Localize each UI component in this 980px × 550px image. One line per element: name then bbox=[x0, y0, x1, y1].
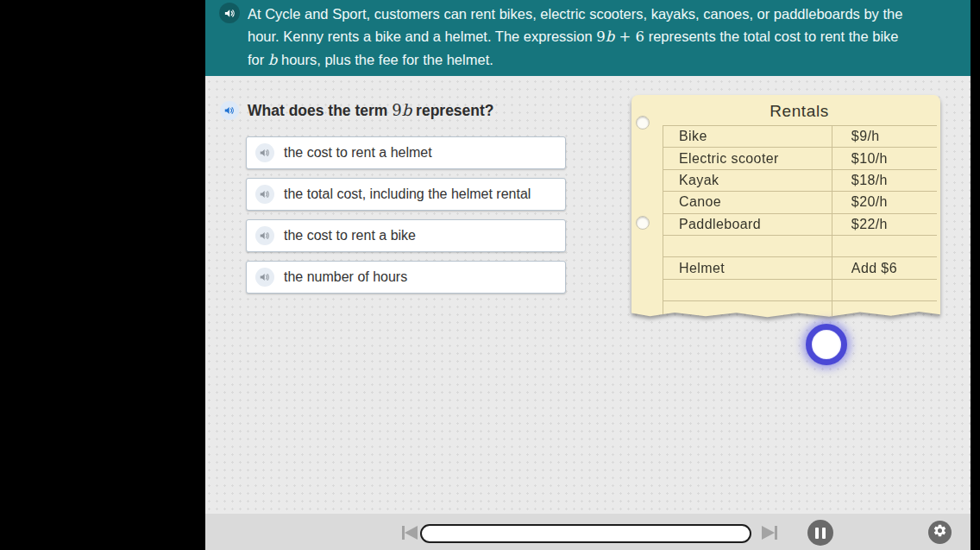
answer-audio-button[interactable] bbox=[255, 226, 274, 245]
question-audio-button[interactable] bbox=[220, 101, 239, 120]
playback-bar bbox=[205, 514, 971, 550]
skip-back-icon bbox=[405, 526, 418, 540]
speaker-icon bbox=[223, 104, 236, 117]
answer-option-3[interactable]: the cost to rent a bike bbox=[246, 219, 566, 252]
rental-item: Canoe bbox=[663, 194, 838, 210]
answer-audio-button[interactable] bbox=[255, 185, 274, 204]
table-row bbox=[663, 301, 937, 323]
rental-price: $18/h bbox=[838, 173, 888, 188]
audio-progress-bar[interactable] bbox=[420, 524, 751, 543]
skip-forward-icon bbox=[762, 526, 775, 540]
pause-icon bbox=[815, 528, 819, 539]
table-row: Helmet Add $6 bbox=[663, 257, 937, 279]
question-text: What does the term 9b represent? bbox=[248, 101, 494, 120]
app-window: At Cycle and Sport, customers can rent b… bbox=[0, 0, 980, 550]
rentals-notepad: Rentals Bike $9/h Electric scooter $10/h… bbox=[631, 95, 940, 321]
answer-option-4[interactable]: the number of hours bbox=[246, 261, 566, 294]
rental-item: Bike bbox=[663, 129, 838, 144]
table-row bbox=[663, 280, 937, 301]
speaker-icon bbox=[259, 188, 271, 200]
gear-icon bbox=[933, 523, 947, 541]
table-row: Electric scooter $10/h bbox=[663, 148, 937, 169]
hole-punch bbox=[636, 116, 650, 130]
table-row bbox=[663, 236, 937, 257]
settings-button[interactable] bbox=[928, 521, 952, 544]
speaker-icon bbox=[259, 271, 271, 283]
table-row: Paddleboard $22/h bbox=[663, 214, 937, 236]
rental-item: Paddleboard bbox=[663, 217, 838, 232]
rentals-table: Bike $9/h Electric scooter $10/h Kayak $… bbox=[663, 125, 937, 324]
speaker-icon bbox=[259, 147, 271, 159]
answer-label: the cost to rent a helmet bbox=[284, 145, 432, 161]
problem-text: At Cycle and Sport, customers can rent b… bbox=[248, 0, 903, 72]
hole-punch bbox=[636, 216, 650, 230]
speaker-icon bbox=[259, 230, 271, 242]
skip-forward-button[interactable] bbox=[762, 526, 777, 540]
answer-label: the total cost, including the helmet ren… bbox=[284, 186, 531, 202]
table-row: Bike $9/h bbox=[663, 126, 937, 148]
rental-price: $22/h bbox=[838, 217, 888, 232]
answer-audio-button[interactable] bbox=[255, 143, 274, 162]
answer-option-2[interactable]: the total cost, including the helmet ren… bbox=[246, 178, 566, 211]
rental-price: $20/h bbox=[838, 194, 888, 210]
rental-price: $10/h bbox=[838, 151, 888, 167]
rental-price: Add $6 bbox=[838, 261, 897, 276]
skip-forward-icon bbox=[775, 526, 777, 540]
pause-button[interactable] bbox=[807, 520, 833, 546]
rental-item: Helmet bbox=[663, 261, 838, 276]
highlight-circle[interactable] bbox=[806, 324, 847, 365]
answer-audio-button[interactable] bbox=[255, 268, 274, 287]
answer-option-1[interactable]: the cost to rent a helmet bbox=[246, 136, 566, 169]
problem-banner: At Cycle and Sport, customers can rent b… bbox=[205, 0, 971, 76]
answer-list: the cost to rent a helmet the total cost… bbox=[246, 136, 566, 294]
answer-label: the number of hours bbox=[284, 269, 407, 285]
table-row: Canoe $20/h bbox=[663, 192, 937, 213]
answer-label: the cost to rent a bike bbox=[284, 228, 416, 243]
rental-price: $9/h bbox=[838, 129, 880, 144]
rental-item: Kayak bbox=[663, 173, 838, 188]
lesson-canvas: At Cycle and Sport, customers can rent b… bbox=[205, 0, 971, 550]
table-row: Kayak $18/h bbox=[663, 170, 937, 192]
skip-back-button[interactable] bbox=[402, 526, 418, 540]
pause-icon bbox=[822, 528, 826, 539]
notepad-title: Rentals bbox=[663, 102, 936, 121]
speaker-icon bbox=[223, 7, 236, 20]
problem-audio-button[interactable] bbox=[219, 3, 240, 23]
rental-item: Electric scooter bbox=[663, 151, 838, 167]
